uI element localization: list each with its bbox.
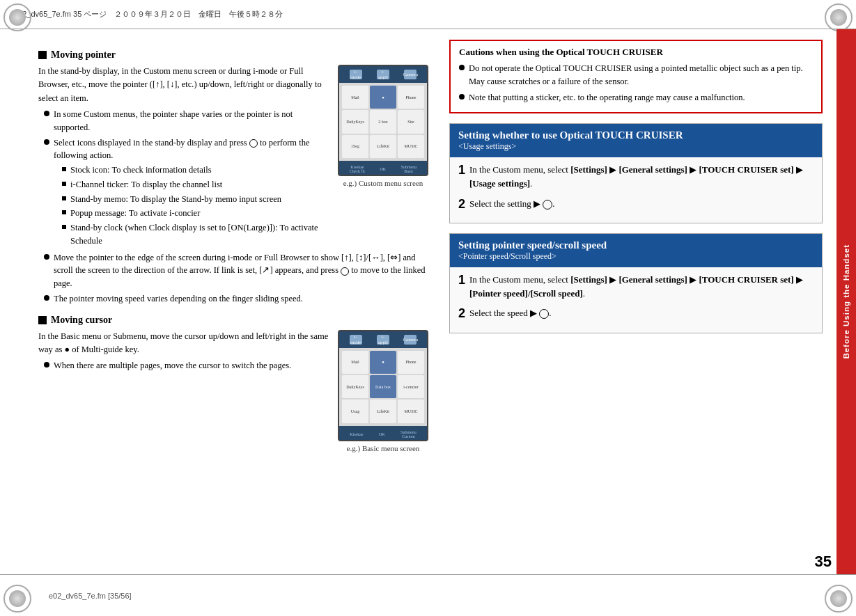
pointer-speed-step-2: 2 Select the speed ▶ . <box>458 306 814 322</box>
screen-bottom-bar-1: KisekaeCheck fit OK SubmenuBasic <box>339 161 427 176</box>
cell-mail: Mail <box>342 86 368 109</box>
touch-cruiser-main-title: Setting whether to use Optical TOUCH CRU… <box>458 129 814 141</box>
cautions-list: Do not operate the Optical TOUCH CRUISER… <box>459 62 813 104</box>
sub-text-5: Stand-by clock (when Clock display is se… <box>70 221 331 248</box>
bullet-icon-1 <box>44 111 49 116</box>
btn-submenu: SubmenuBasic <box>401 165 417 173</box>
step-num-p2: 2 <box>458 306 465 322</box>
caution-bullet-1 <box>459 65 465 70</box>
step-text-p1: In the Custom menu, select [Settings] ▶ … <box>469 273 814 301</box>
left-column: Moving pointer i-mode i-appli Camera Mai… <box>38 40 442 564</box>
bullet-text-4: The pointer moving speed varies dependin… <box>54 292 303 306</box>
sub-item-1: Stock icon: To check information details <box>62 164 331 177</box>
moving-cursor-content: i-mode i-appli Camera Mail ● Phone Daily… <box>38 330 428 459</box>
touch-cruiser-step-2: 2 Select the setting ▶ . <box>458 197 814 212</box>
pointer-speed-sub-title: <Pointer speed/Scroll speed> <box>458 251 814 262</box>
basic-menu-image-container: i-mode i-appli Camera Mail ● Phone Daily… <box>338 330 428 452</box>
sub-text-4: Popup message: To activate i-concier <box>70 207 200 220</box>
bullet-text-1: In some Custom menus, the pointer shape … <box>54 108 331 134</box>
bullet-text-2-wrapper: Select icons displayed in the stand-by d… <box>54 136 331 249</box>
cell-databox: 2 box <box>370 110 396 133</box>
caution-text-2: Note that putting a sticker, etc. to the… <box>469 91 745 104</box>
sub-text-1: Stock icon: To check information details <box>70 164 212 177</box>
pointer-speed-section: Setting pointer speed/scroll speed <Poin… <box>449 233 823 333</box>
moving-cursor-title: Moving cursor <box>51 315 112 326</box>
screen-icon-3: Camera <box>404 70 417 79</box>
footer-text: e02_dv65_7e.fm [35/56] <box>49 592 132 600</box>
section-square-cursor-icon <box>38 316 47 324</box>
cell2-databox: Data box <box>370 375 396 398</box>
screen-icon-2-2: i-appli <box>377 335 389 345</box>
sub-bullets: Stock icon: To check information details… <box>62 164 331 248</box>
basic-menu-caption: e.g.) Basic menu screen <box>338 444 428 452</box>
screen-top-bar: i-mode i-appli Camera <box>339 66 427 83</box>
basic-menu-screen: i-mode i-appli Camera Mail ● Phone Daily… <box>338 330 428 441</box>
cursor-bullet-icon-1 <box>44 362 49 368</box>
screen-body-1: Mail ● Phone DailyKeys 2 box Site 1Seg L… <box>339 83 427 161</box>
screen-body-2: Mail ● Phone DailyKeys Data box i-concie… <box>339 348 427 426</box>
touch-cruiser-body: 1 In the Custom menu, select [Settings] … <box>450 157 822 223</box>
cell2-lifekit2: LifeKit <box>370 400 396 422</box>
btn2-ok: OK <box>379 432 385 436</box>
step-text-2: Select the setting ▶ . <box>469 197 555 211</box>
screen-top-bar-2: i-mode i-appli Camera <box>339 331 427 348</box>
sub-icon-5 <box>62 225 66 229</box>
custom-menu-caption: e.g.) Custom menu screen <box>338 179 428 187</box>
caution-bullet-2 <box>459 94 465 100</box>
sub-item-3: Stand-by memo: To display the Stand-by m… <box>62 193 331 206</box>
step-text-p2: Select the speed ▶ . <box>469 306 552 320</box>
touch-cruiser-step-1: 1 In the Custom menu, select [Settings] … <box>458 163 814 191</box>
screen-icon-1: i-mode <box>350 70 362 79</box>
page-header: e02_dv65_7e.fm 35 ページ ２００９年３月２０日 金曜日 午後５… <box>0 0 856 29</box>
cell-music: MUSIC <box>398 135 424 158</box>
sidebar-text: Before Using the Handset <box>842 244 850 359</box>
page-footer: e02_dv65_7e.fm [35/56] <box>0 574 856 616</box>
bullet-icon-3 <box>44 254 49 260</box>
header-text: e02_dv65_7e.fm 35 ページ ２００９年３月２０日 金曜日 午後５… <box>14 9 283 19</box>
cell2-usag: Usag <box>342 400 368 422</box>
cell-lifekit: LifeKit <box>370 135 396 158</box>
cell2-music2: MUSIC <box>398 400 424 422</box>
sub-text-2: i-Channel ticker: To display the channel… <box>70 178 222 191</box>
caution-item-1: Do not operate the Optical TOUCH CRUISER… <box>459 62 813 88</box>
right-column: Cautions when using the Optical TOUCH CR… <box>442 40 823 564</box>
touch-cruiser-sub-title: <Usage settings> <box>458 141 814 152</box>
cursor-bullet-text-1: When there are multiple pages, move the … <box>54 359 291 372</box>
bullet-item-2: Select icons displayed in the stand-by d… <box>44 136 331 249</box>
cell-phone: Phone <box>398 86 424 109</box>
bullet-icon-2 <box>44 139 49 145</box>
moving-cursor-header: Moving cursor <box>38 315 428 326</box>
cautions-box: Cautions when using the Optical TOUCH CR… <box>449 40 823 113</box>
cell2-phone: Phone <box>398 351 424 374</box>
step-num-1: 1 <box>458 163 465 178</box>
cell2-iconcier: i-concier <box>398 375 424 398</box>
moving-pointer-content: i-mode i-appli Camera Mail ● Phone Daily… <box>38 65 428 308</box>
step-text-1: In the Custom menu, select [Settings] ▶ … <box>469 163 814 191</box>
step-num-p1: 1 <box>458 273 465 288</box>
cautions-title: Cautions when using the Optical TOUCH CR… <box>459 47 813 58</box>
main-content: Moving pointer i-mode i-appli Camera Mai… <box>0 29 836 574</box>
sub-icon-1 <box>62 167 66 171</box>
sub-item-4: Popup message: To activate i-concier <box>62 207 331 220</box>
bullet-text-3: Move the pointer to the edge of the scre… <box>54 251 428 290</box>
sub-icon-4 <box>62 210 66 214</box>
cell-apps: ● <box>370 86 396 109</box>
cell-1seg: 1Seg <box>342 135 368 158</box>
btn2-submenu: SubmenuCustom <box>400 430 417 439</box>
screen-icon-2: i-appli <box>377 70 389 79</box>
pointer-speed-body: 1 In the Custom menu, select [Settings] … <box>450 267 822 333</box>
chapter-sidebar: Before Using the Handset <box>836 29 856 574</box>
cell2-mail: Mail <box>342 351 368 374</box>
step-num-2: 2 <box>458 197 465 212</box>
cursor-bullet-1: When there are multiple pages, move the … <box>44 359 331 372</box>
screen-icon-2-3: Camera <box>404 335 417 345</box>
bullet-item-4: The pointer moving speed varies dependin… <box>44 292 428 306</box>
screen-bottom-bar-2: Kisekae OK SubmenuCustom <box>339 426 427 441</box>
moving-pointer-title: Moving pointer <box>51 49 116 61</box>
screen-icon-2-1: i-mode <box>350 335 362 345</box>
caution-item-2: Note that putting a sticker, etc. to the… <box>459 91 813 104</box>
sub-icon-3 <box>62 196 66 200</box>
btn-ok: OK <box>380 167 386 171</box>
moving-pointer-header: Moving pointer <box>38 49 428 61</box>
sub-item-2: i-Channel ticker: To display the channel… <box>62 178 331 191</box>
